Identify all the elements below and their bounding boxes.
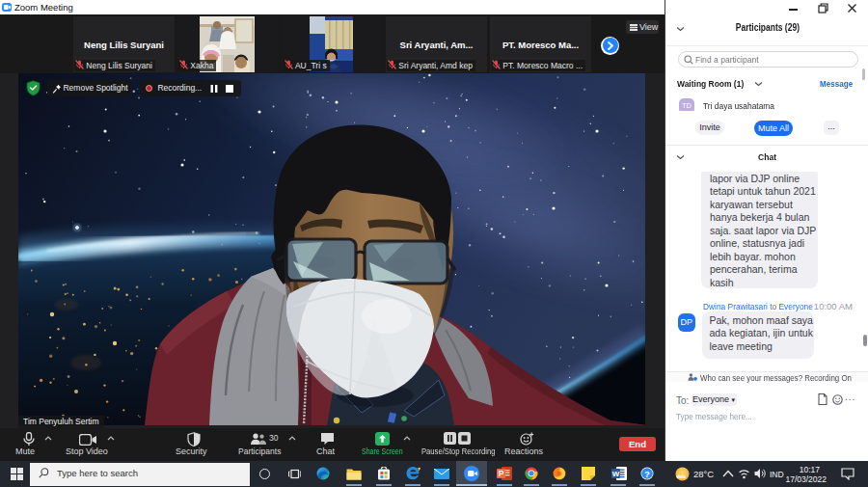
svg-text:P: P <box>499 469 504 478</box>
svg-text:?: ? <box>644 469 650 479</box>
svg-text:W: W <box>612 470 620 478</box>
